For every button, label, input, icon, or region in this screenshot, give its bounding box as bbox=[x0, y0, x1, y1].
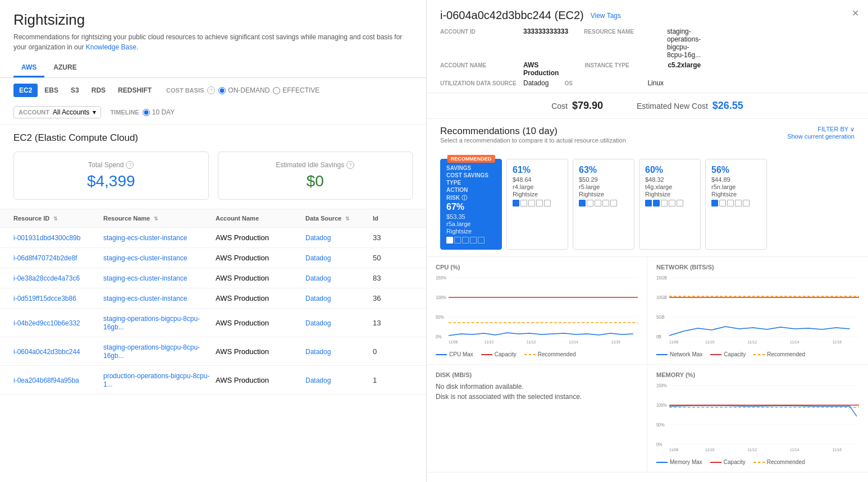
cloud-tab-aws[interactable]: AWS bbox=[13, 59, 44, 77]
filter-by-button[interactable]: FILTER BY ∨ bbox=[787, 126, 855, 133]
radio-10day[interactable]: 10 DAY bbox=[143, 108, 175, 116]
help-icon-cost[interactable]: ? bbox=[207, 86, 215, 94]
resource-id-link[interactable]: i-0604a0c42d3bbc244 bbox=[13, 348, 80, 356]
resource-name-link[interactable]: staging-ecs-cluster-instance bbox=[103, 295, 187, 302]
table-row[interactable]: i-0604a0c42d3bbc244 staging-operations-b… bbox=[0, 337, 426, 366]
account-label: ACCOUNT bbox=[19, 109, 49, 116]
legend-memory-rec: Recommended bbox=[753, 459, 805, 465]
svg-text:11/14: 11/14 bbox=[569, 339, 578, 345]
risk-dot bbox=[462, 237, 469, 244]
res-tab-s3[interactable]: S3 bbox=[65, 84, 85, 97]
svg-text:50%: 50% bbox=[436, 314, 444, 320]
rec-card-3[interactable]: 60% $48.32 t4g.xlarge Rightsize bbox=[639, 159, 701, 250]
data-source-link[interactable]: Datadog bbox=[305, 234, 331, 242]
svg-text:11/14: 11/14 bbox=[790, 339, 799, 345]
legend-line-cap bbox=[481, 354, 492, 355]
total-spend-value: $4,399 bbox=[25, 172, 197, 190]
table-row[interactable]: i-04b2ed9cc10b6e332 staging-operations-b… bbox=[0, 309, 426, 337]
resource-id-link[interactable]: i-06d8f470724b2de8f bbox=[13, 254, 77, 262]
radio-effective[interactable]: EFFECTIVE bbox=[273, 86, 319, 94]
rec-card-1[interactable]: 61% $48.64 r4.large Rightsize bbox=[506, 159, 568, 250]
meta-account-id: ACCOUNT ID 333333333333 RESOURCE NAME st… bbox=[440, 27, 701, 59]
data-source-link[interactable]: Datadog bbox=[305, 295, 331, 302]
legend-recommended: Recommended bbox=[524, 351, 576, 357]
resource-id-link[interactable]: i-0d519ff15dcce3b86 bbox=[13, 295, 76, 302]
disk-no-info-sub: Disk is not associated with the selected… bbox=[436, 393, 638, 401]
risk-dot bbox=[735, 200, 742, 206]
col-account-name: Account Name bbox=[216, 215, 305, 222]
data-source-link[interactable]: Datadog bbox=[305, 254, 331, 262]
risk-dot bbox=[677, 200, 683, 206]
resource-name-link[interactable]: staging-operations-bigcpu-8cpu-16gb... bbox=[103, 343, 200, 360]
legend-memory-max: Memory Max bbox=[656, 459, 702, 465]
legend-line-cpu bbox=[436, 354, 447, 355]
res-tab-redshift[interactable]: REDSHIFT bbox=[112, 84, 157, 97]
table-row[interactable]: i-0ea204b68f94a95ba production-operation… bbox=[0, 366, 426, 394]
resource-id-link[interactable]: i-0ea204b68f94a95ba bbox=[13, 377, 79, 384]
table-body: i-001931dbd4300c89b staging-ecs-cluster-… bbox=[0, 228, 426, 482]
resource-name-link[interactable]: staging-ecs-cluster-instance bbox=[103, 234, 187, 242]
rec-card-2[interactable]: 63% $50.29 r5.large Rightsize bbox=[573, 159, 634, 250]
show-current-gen[interactable]: Show current generation bbox=[787, 133, 855, 140]
svg-text:150%: 150% bbox=[436, 275, 446, 281]
id-cell: 33 bbox=[373, 233, 413, 242]
close-button[interactable]: ✕ bbox=[852, 8, 859, 19]
resource-id-link[interactable]: i-0e38a28ccde4a73c6 bbox=[13, 274, 80, 282]
help-icon-spend[interactable]: ? bbox=[126, 161, 134, 169]
view-tags-link[interactable]: View Tags bbox=[591, 12, 621, 20]
rec-cost-4: $44.89 bbox=[711, 176, 761, 183]
rec-pct-2: 63% bbox=[579, 165, 628, 175]
account-selector[interactable]: ACCOUNT All Accounts ▾ bbox=[13, 106, 101, 118]
memory-chart-title: MEMORY (%) bbox=[656, 371, 859, 378]
timeline-label: TIMELINE bbox=[110, 109, 139, 116]
svg-text:11/16: 11/16 bbox=[832, 447, 841, 452]
resource-id-link[interactable]: i-001931dbd4300c89b bbox=[13, 234, 80, 242]
resource-name-link[interactable]: staging-ecs-cluster-instance bbox=[103, 274, 187, 282]
risk-dot bbox=[536, 200, 543, 206]
table-row[interactable]: i-0d519ff15dcce3b86 staging-ecs-cluster-… bbox=[0, 288, 426, 309]
rec-action-4: Rightsize bbox=[711, 191, 761, 198]
kb-link[interactable]: Knowledge Base bbox=[86, 43, 136, 51]
res-tab-rds[interactable]: RDS bbox=[86, 84, 111, 97]
risk-dot bbox=[587, 200, 593, 206]
recs-subtitle: Select a recommendation to compare it to… bbox=[440, 137, 626, 144]
risk-dot bbox=[602, 200, 609, 206]
resource-id-link[interactable]: i-04b2ed9cc10b6e332 bbox=[13, 319, 80, 327]
meta-util-source: UTILIZATION DATA SOURCE Datadog OS Linux bbox=[440, 79, 701, 87]
risk-dot bbox=[446, 237, 453, 244]
resource-name-link[interactable]: staging-ecs-cluster-instance bbox=[103, 254, 187, 262]
cloud-tab-azure[interactable]: AZURE bbox=[45, 59, 84, 77]
data-source-link[interactable]: Datadog bbox=[305, 274, 331, 282]
table-row[interactable]: i-06d8f470724b2de8f staging-ecs-cluster-… bbox=[0, 248, 426, 268]
resource-tabs-row: EC2 EBS S3 RDS REDSHIFT COST BASIS ? ON-… bbox=[0, 78, 426, 125]
res-tab-ec2[interactable]: EC2 bbox=[13, 84, 38, 97]
id-cell: 1 bbox=[373, 376, 413, 384]
radio-on-demand[interactable]: ON-DEMAND bbox=[218, 86, 269, 94]
resource-name-link[interactable]: staging-operations-bigcpu-8cpu-16gb... bbox=[103, 315, 200, 331]
rec-type-label: TYPE bbox=[446, 180, 496, 186]
cpu-chart-title: CPU (%) bbox=[436, 264, 638, 270]
total-spend-card: Total Spend ? $4,399 bbox=[13, 152, 209, 200]
table-header: Resource ID ⇅ Resource Name ⇅ Account Na… bbox=[0, 209, 426, 228]
network-chart-area: 15GB 10GB 5GB 0B 11/08 11/10 1 bbox=[656, 275, 859, 348]
resource-name-link[interactable]: production-operations-bigcpu-8cpu-1... bbox=[103, 372, 209, 388]
help-icon-idle[interactable]: ? bbox=[346, 161, 354, 169]
resource-tabs: EC2 EBS S3 RDS REDSHIFT bbox=[13, 84, 157, 97]
data-source-link[interactable]: Datadog bbox=[305, 377, 331, 384]
id-cell: 50 bbox=[373, 254, 413, 262]
res-tab-ebs[interactable]: EBS bbox=[39, 84, 64, 97]
rec-card-4[interactable]: 56% $44.89 r5n.large Rightsize bbox=[705, 159, 767, 250]
account-name-cell: AWS Production bbox=[216, 347, 305, 356]
data-source-link[interactable]: Datadog bbox=[305, 319, 331, 327]
svg-text:0%: 0% bbox=[656, 442, 663, 447]
svg-text:11/10: 11/10 bbox=[705, 339, 714, 345]
risk-dot bbox=[579, 200, 586, 206]
legend-cpu-max: CPU Max bbox=[436, 351, 473, 357]
rec-card-0[interactable]: RECOMMENDED SAVINGS COST SAVINGS TYPE AC… bbox=[440, 159, 502, 250]
col-resource-name: Resource Name ⇅ bbox=[103, 215, 216, 222]
table-row[interactable]: i-0e38a28ccde4a73c6 staging-ecs-cluster-… bbox=[0, 268, 426, 288]
svg-text:100%: 100% bbox=[656, 402, 667, 408]
cloud-tabs: AWS AZURE bbox=[0, 59, 426, 78]
table-row[interactable]: i-001931dbd4300c89b staging-ecs-cluster-… bbox=[0, 228, 426, 248]
data-source-link[interactable]: Datadog bbox=[305, 348, 331, 356]
